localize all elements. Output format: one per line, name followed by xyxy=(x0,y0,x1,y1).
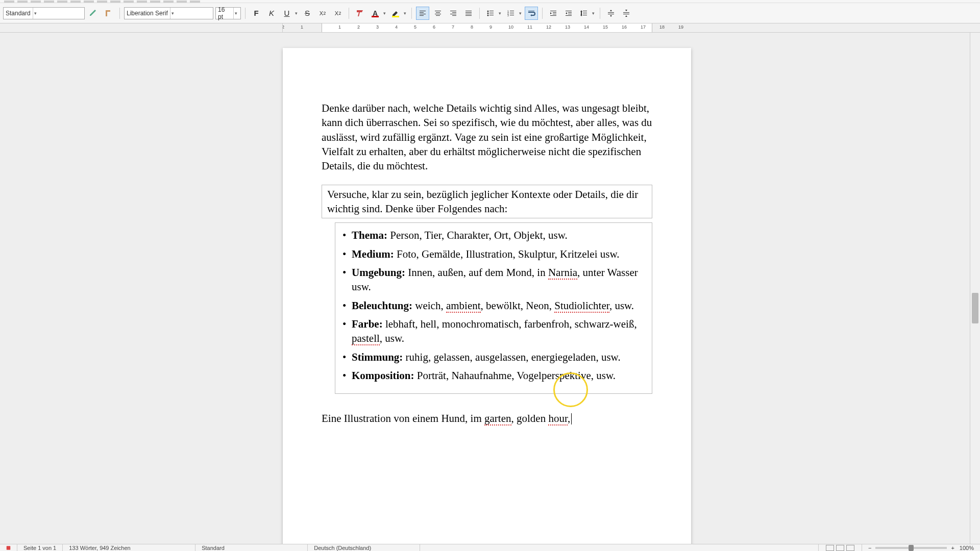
chevron-down-icon[interactable]: ▾ xyxy=(591,7,596,20)
spellcheck-underline: ambient xyxy=(446,299,481,313)
font-size-combo[interactable]: 16 pt ▾ xyxy=(215,7,241,19)
spellcheck-underline: Narnia xyxy=(548,266,577,280)
language-indicator[interactable]: Deutsch (Deutschland) xyxy=(308,544,420,551)
number-list-button[interactable]: 123 xyxy=(504,7,518,20)
spellcheck-underline: garten xyxy=(484,412,511,425)
bold-button[interactable]: F xyxy=(250,7,263,20)
horizontal-ruler[interactable]: 2112345678910111213141516171819 xyxy=(283,23,691,32)
zoom-value[interactable]: 100% xyxy=(960,545,974,551)
vertical-scrollbar[interactable] xyxy=(970,33,980,544)
chevron-down-icon[interactable]: ▾ xyxy=(402,7,407,20)
align-left-button[interactable] xyxy=(416,7,429,20)
zoom-out-icon[interactable]: − xyxy=(868,545,871,551)
status-bar: Seite 1 von 1 133 Wörter, 949 Zeichen St… xyxy=(0,544,980,551)
italic-button[interactable]: K xyxy=(265,7,278,20)
user-input-line[interactable]: Eine Illustration von einem Hund, im gar… xyxy=(322,411,652,425)
list-item: Thema: Person, Tier, Charakter, Ort, Obj… xyxy=(342,228,645,242)
list-item: Komposition: Porträt, Nahaufnahme, Vogel… xyxy=(342,368,645,383)
zoom-slider[interactable] xyxy=(875,547,947,549)
view-mode-icons[interactable] xyxy=(819,544,862,551)
paragraph-intro[interactable]: Denke darüber nach, welche Details wicht… xyxy=(322,101,652,173)
list-item: Farbe: lebhaft, hell, monochromatisch, f… xyxy=(342,317,645,346)
paragraph-style-value: Standard xyxy=(6,10,31,17)
font-color-button[interactable]: A xyxy=(369,7,382,20)
formatting-toolbar: Standard ▾ Liberation Serif ▾ 16 pt ▾ F … xyxy=(0,3,980,23)
zoom-in-icon[interactable]: + xyxy=(951,545,954,551)
book-view-icon[interactable] xyxy=(846,545,854,551)
spellcheck-underline: pastell xyxy=(352,332,380,345)
style-indicator[interactable]: Standard xyxy=(195,544,308,551)
svg-point-1 xyxy=(487,12,489,14)
chevron-down-icon[interactable]: ▾ xyxy=(518,7,523,20)
chevron-down-icon[interactable]: ▾ xyxy=(382,7,387,20)
chevron-down-icon[interactable]: ▾ xyxy=(293,7,299,20)
page-indicator[interactable]: Seite 1 von 1 xyxy=(17,544,63,551)
boxed-paragraph[interactable]: Versuche, klar zu sein, bezüglich jeglic… xyxy=(322,185,652,219)
underline-button[interactable]: U xyxy=(280,7,293,20)
svg-point-0 xyxy=(487,10,489,12)
strikethrough-button[interactable]: S xyxy=(301,7,314,20)
align-justify-button[interactable] xyxy=(462,7,475,20)
chevron-down-icon[interactable]: ▾ xyxy=(170,8,175,19)
subscript-button[interactable]: X2 xyxy=(331,7,345,20)
new-style-icon[interactable] xyxy=(102,7,115,20)
text-cursor xyxy=(571,413,572,424)
paragraph-style-combo[interactable]: Standard ▾ xyxy=(3,7,85,19)
page[interactable]: Denke darüber nach, welche Details wicht… xyxy=(283,48,691,544)
list-item: Umgebung: Innen, außen, auf dem Mond, in… xyxy=(342,265,645,294)
zoom-control[interactable]: − + 100% xyxy=(862,544,980,551)
scrollbar-thumb[interactable] xyxy=(972,293,978,323)
zoom-knob[interactable] xyxy=(909,545,914,551)
highlight-button[interactable] xyxy=(389,7,402,20)
list-item: Medium: Foto, Gemälde, Illustration, Sku… xyxy=(342,247,645,261)
decrease-indent-button[interactable] xyxy=(562,7,575,20)
clear-formatting-icon[interactable] xyxy=(353,7,366,20)
superscript-button[interactable]: X2 xyxy=(316,7,329,20)
word-count[interactable]: 133 Wörter, 949 Zeichen xyxy=(63,544,195,551)
line-spacing-button[interactable] xyxy=(577,7,591,20)
chevron-down-icon[interactable]: ▾ xyxy=(497,7,502,20)
font-name-value: Liberation Serif xyxy=(127,10,168,17)
list-item: Beleuchtung: weich, ambient, bewölkt, Ne… xyxy=(342,298,645,313)
list-item: Stimmung: ruhig, gelassen, ausgelassen, … xyxy=(342,350,645,364)
wrap-text-button[interactable] xyxy=(525,7,538,20)
single-page-icon[interactable] xyxy=(826,545,834,551)
svg-point-2 xyxy=(487,14,489,16)
font-size-value: 16 pt xyxy=(218,6,231,20)
align-center-button[interactable] xyxy=(431,7,445,20)
chevron-down-icon[interactable]: ▾ xyxy=(33,8,38,19)
document-workspace[interactable]: Denke darüber nach, welche Details wicht… xyxy=(0,33,970,544)
svg-text:3: 3 xyxy=(507,14,509,17)
decrease-para-spacing-button[interactable] xyxy=(620,7,633,20)
spellcheck-underline: Studiolichter xyxy=(554,299,609,313)
ruler-row: 2112345678910111213141516171819 xyxy=(0,23,980,33)
increase-para-spacing-button[interactable] xyxy=(604,7,618,20)
font-name-combo[interactable]: Liberation Serif ▾ xyxy=(124,7,213,19)
align-right-button[interactable] xyxy=(447,7,460,20)
bullet-list-button[interactable] xyxy=(484,7,497,20)
increase-indent-button[interactable] xyxy=(547,7,560,20)
chevron-down-icon[interactable]: ▾ xyxy=(233,8,238,19)
bullet-list[interactable]: Thema: Person, Tier, Charakter, Ort, Obj… xyxy=(335,222,652,393)
svg-rect-6 xyxy=(7,546,11,550)
multi-page-icon[interactable] xyxy=(836,545,844,551)
save-status-icon[interactable] xyxy=(0,544,17,551)
update-style-icon[interactable] xyxy=(87,7,100,20)
spellcheck-underline: hour xyxy=(548,412,568,425)
